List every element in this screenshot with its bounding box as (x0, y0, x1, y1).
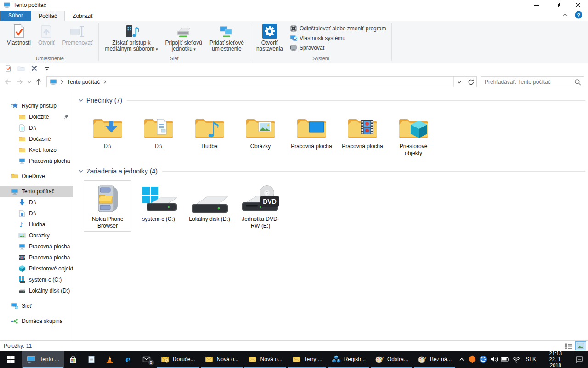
document-icon (18, 124, 26, 132)
recent-locations-chevron-icon[interactable] (26, 76, 33, 88)
close-button[interactable] (567, 0, 588, 10)
file-tile[interactable]: Priestorové objekty (390, 109, 437, 159)
sidebar-item[interactable]: Pracovná plocha (0, 241, 73, 252)
section-header[interactable]: Priečinky (7) (77, 95, 588, 106)
forward-button[interactable] (14, 76, 26, 88)
up-button[interactable] (33, 76, 45, 88)
clock-date: 22. 1. 2018 (543, 356, 568, 368)
sidebar-item[interactable]: D:\ (0, 122, 73, 133)
ribbon-collapse-icon[interactable] (562, 12, 568, 20)
delete-x-icon[interactable] (31, 65, 38, 72)
breadcrumb-chevron-icon[interactable] (102, 78, 108, 86)
taskbar-button[interactable]: Tento ... (22, 351, 64, 368)
properties-small-icon[interactable] (5, 65, 11, 72)
avast-icon[interactable] (467, 351, 478, 368)
file-tile[interactable]: Lokálny disk (D:) (186, 180, 233, 225)
sidebar-item[interactable]: ♪Hudba (0, 219, 73, 230)
ribbon-group-label: Systém (250, 55, 391, 63)
taskbar-button[interactable]: Bez ná... (413, 351, 456, 368)
sidebar-item[interactable]: Pracovná plocha (0, 155, 73, 167)
sidebar-item[interactable]: D:\ (0, 208, 73, 219)
file-tile[interactable]: Obrázky (237, 109, 284, 152)
tab-file[interactable]: Súbor (0, 11, 31, 21)
taskbar-button[interactable] (64, 351, 82, 368)
taskbar-button[interactable]: Terry ... (287, 351, 327, 368)
section-header[interactable]: Zariadenia a jednotky (4) (77, 166, 588, 177)
back-button[interactable] (2, 76, 14, 88)
sidebar-item[interactable]: Lokálny disk (D:) (0, 285, 73, 296)
address-box[interactable]: Tento počítač (46, 76, 477, 87)
ribbon-small-button[interactable]: Spravovať (287, 43, 389, 52)
network-icon (11, 302, 18, 310)
sidebar-item[interactable]: Kvet. korzo (0, 144, 73, 155)
minimize-button[interactable] (526, 0, 547, 10)
file-tile[interactable]: D:\ (84, 109, 131, 152)
sidebar-item-label: Lokálny disk (D:) (29, 288, 70, 294)
sidebar-item[interactable]: Sieť (0, 300, 73, 311)
sidebar-item[interactable]: Tento počítač (0, 186, 73, 197)
store-icon (68, 355, 78, 364)
volume-icon[interactable] (489, 351, 500, 368)
taskbar-button[interactable]: Doruče... (156, 351, 200, 368)
start-button[interactable] (0, 351, 22, 368)
sidebar-item[interactable]: Pracovná plocha (0, 252, 73, 263)
breadcrumb-chevron-icon[interactable] (59, 78, 65, 86)
customize-icon[interactable] (44, 65, 50, 72)
file-tile-label: Priestorové objekty (391, 143, 435, 157)
taskbar-button[interactable]: 5 (137, 351, 156, 368)
file-tile[interactable]: Pracovná plocha (339, 109, 386, 152)
language-indicator[interactable]: SLK (522, 356, 540, 362)
ribbon-button[interactable]: Pripojiť sieťovú jednotku ▾ (162, 23, 205, 54)
ribbon-small-button[interactable]: Odinštalovať alebo zmeniť program (287, 23, 389, 33)
tray-chevron-up-icon[interactable] (456, 351, 467, 368)
thumbnails-view-button[interactable] (575, 341, 586, 350)
search-input[interactable] (481, 77, 584, 87)
taskbar-clock[interactable]: 21:13 22. 1. 2018 (540, 351, 571, 368)
taskbar-button[interactable]: Odstra... (370, 351, 413, 368)
search-box[interactable] (481, 76, 584, 87)
details-view-button[interactable] (563, 341, 574, 350)
file-tile[interactable]: system-c (C:) (135, 180, 182, 225)
ribbon-button[interactable]: Získať prístup k mediálnym súborom ▾ (102, 23, 161, 54)
ribbon-button[interactable]: Vlastnosti (4, 23, 34, 47)
sidebar-item[interactable]: system-c (C:) (0, 274, 73, 285)
sidebar-item[interactable]: D:\ (0, 197, 73, 208)
ribbon-small-button[interactable]: Vlastnosti systému (287, 33, 389, 43)
folder-icon (18, 113, 26, 121)
file-tile[interactable]: Nokia Phone Browser (84, 180, 131, 232)
tab-inactive[interactable]: Zobraziť (65, 11, 101, 21)
taskbar-button[interactable] (82, 351, 101, 368)
breadcrumb[interactable]: Tento počítač (65, 79, 102, 85)
sidebar-item[interactable]: Obrázky (0, 230, 73, 241)
help-icon[interactable]: ? (575, 11, 582, 21)
sidebar-item[interactable]: OneDrive (0, 171, 73, 182)
music-icon: ♪ (18, 221, 26, 228)
file-tile[interactable]: ♪Hudba (186, 109, 233, 152)
action-center-icon[interactable] (571, 351, 587, 368)
tab-active[interactable]: Počítač (31, 11, 65, 21)
search-icon[interactable] (574, 79, 581, 87)
taskbar-button[interactable]: e (119, 351, 137, 368)
taskbar-button[interactable]: Nová o... (243, 351, 287, 368)
battery-icon[interactable] (500, 351, 511, 368)
sidebar-item[interactable]: Dočasné (0, 133, 73, 144)
sidebar-item[interactable]: Rýchly prístup (0, 100, 73, 111)
sidebar-item[interactable]: Domáca skupina (0, 316, 73, 327)
secureline-icon[interactable] (478, 351, 489, 368)
file-tile[interactable]: Pracovná plocha (288, 109, 335, 152)
address-dropdown-icon[interactable] (453, 77, 465, 87)
taskbar-button[interactable] (101, 351, 119, 368)
sidebar-item[interactable]: Priestorové objekty (0, 263, 73, 274)
taskbar-button[interactable]: Registr... (327, 351, 370, 368)
ribbon-button[interactable]: Otvoriť nastavenia (253, 23, 286, 53)
badge: 5 (148, 359, 154, 366)
envelope-icon (248, 355, 257, 364)
taskbar-button[interactable]: Nová o... (200, 351, 243, 368)
ribbon-button[interactable]: Pridať sieťové umiestnenie (206, 23, 247, 53)
refresh-icon[interactable] (465, 77, 476, 87)
sidebar-item[interactable]: Dôležité (0, 111, 73, 122)
file-tile[interactable]: DVDJednotka DVD-RW (E:) (237, 180, 284, 232)
restore-button[interactable] (547, 0, 567, 10)
wifi-icon[interactable] (511, 351, 522, 368)
file-tile[interactable]: D:\ (135, 109, 182, 152)
